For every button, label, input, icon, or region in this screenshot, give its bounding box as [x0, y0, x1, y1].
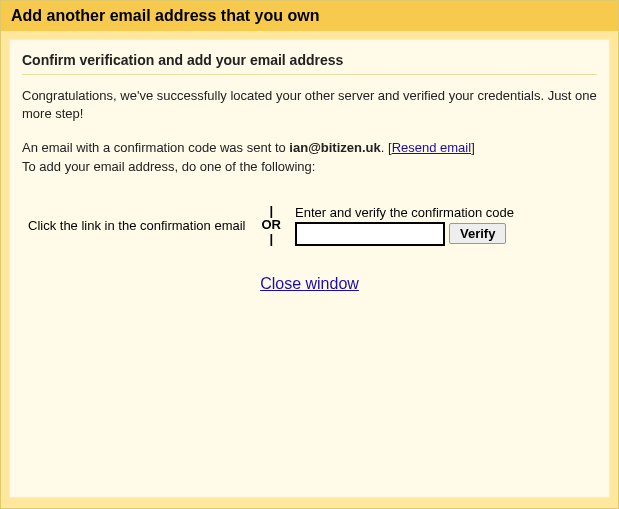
verify-button[interactable]: Verify: [449, 223, 506, 244]
period: .: [381, 140, 388, 155]
choice-area: Click the link in the confirmation email…: [22, 204, 597, 247]
verify-row: Verify: [295, 222, 514, 246]
dialog-container: Add another email address that you own C…: [0, 0, 619, 509]
close-wrap: Close window: [22, 275, 597, 293]
bracket-close: ]: [471, 140, 475, 155]
target-email: ian@bitizen.uk: [289, 140, 380, 155]
congrats-text: Congratulations, we've successfully loca…: [22, 87, 597, 123]
instruction-line: To add your email address, do one of the…: [22, 159, 315, 174]
dialog-content: Confirm verification and add your email …: [9, 39, 610, 498]
confirmation-block: An email with a confirmation code was se…: [22, 139, 597, 175]
close-window-link[interactable]: Close window: [260, 275, 359, 292]
dialog-title: Add another email address that you own: [1, 1, 618, 31]
confirmation-code-input[interactable]: [295, 222, 445, 246]
left-choice-text: Click the link in the confirmation email: [22, 218, 255, 233]
right-choice: Enter and verify the confirmation code V…: [287, 205, 514, 246]
or-divider: | OR |: [255, 204, 287, 247]
resend-email-link[interactable]: Resend email: [392, 140, 472, 155]
right-choice-label: Enter and verify the confirmation code: [295, 205, 514, 220]
confirmation-prefix: An email with a confirmation code was se…: [22, 140, 289, 155]
section-heading: Confirm verification and add your email …: [22, 52, 597, 75]
